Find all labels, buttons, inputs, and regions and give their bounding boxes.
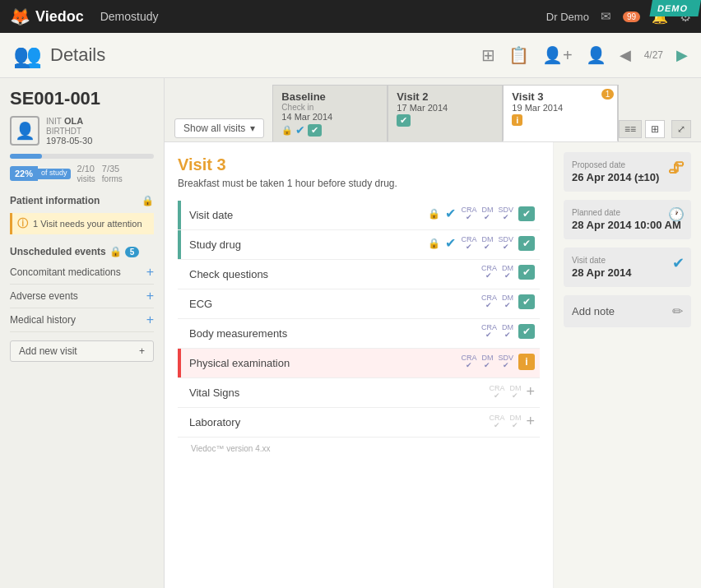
plus-icon[interactable]: +	[526, 383, 535, 400]
sdv-icon: SDV✔	[498, 236, 513, 251]
table-row[interactable]: Visit date 🔒 ✔ CRA✔ DM✔ SDV✔ ✔	[178, 201, 540, 230]
visit-tab-2[interactable]: Visit 2 17 Mar 2014 ✔	[388, 85, 503, 141]
patient-info-label[interactable]: Patient information 🔒	[10, 192, 154, 210]
form-name-study-drug[interactable]: Study drug	[181, 230, 360, 260]
visit3-tab-icons: i	[512, 114, 609, 126]
header-tools: ⊞ 📋 👤+ 👤 ◀ 4/27 ▶	[481, 45, 688, 65]
sidebar-section-patient-info[interactable]: Patient information 🔒	[10, 192, 154, 210]
visit3-info-icon: i	[512, 114, 522, 126]
table-row[interactable]: Laboratory CRA✔ DM✔ +	[178, 408, 540, 438]
card-view-icon[interactable]: 📋	[508, 45, 529, 65]
expand-button[interactable]: ⤢	[671, 120, 691, 138]
visit-tabs: Baseline Check in 14 Mar 2014 🔒 ✔ ✔ Visi…	[272, 85, 619, 141]
add-concomitant-icon[interactable]: +	[146, 265, 154, 280]
add-note-button[interactable]: Add note ✏	[564, 295, 691, 327]
visit-tab-3[interactable]: 1 Visit 3 19 Mar 2014 i	[503, 85, 618, 141]
table-row[interactable]: Physical examination CRA✔ DM✔ SDV✔ i	[178, 349, 540, 378]
alert-icon: ⓘ	[17, 216, 28, 231]
green-check-box: ✔	[518, 294, 535, 309]
sidebar: SE001-001 👤 INIT OLA BIRTHDT 1978-05-30 …	[0, 78, 165, 588]
visit-date-section: Visit date 28 Apr 2014 ✔	[564, 248, 691, 287]
visit-date-value: 28 Apr 2014	[572, 266, 683, 279]
verified-section-icon: ✔	[672, 254, 685, 272]
forms-table: Visit date 🔒 ✔ CRA✔ DM✔ SDV✔ ✔	[178, 201, 540, 438]
main-layout: SE001-001 👤 INIT OLA BIRTHDT 1978-05-30 …	[0, 78, 701, 588]
form-name-ecg[interactable]: ECG	[181, 289, 360, 319]
dropdown-chevron-icon: ▾	[250, 123, 255, 134]
form-icons-check-q: CRA✔ DM✔ ✔	[360, 260, 540, 285]
form-name-lab[interactable]: Laboratory	[181, 408, 360, 438]
next-icon[interactable]: ▶	[676, 46, 688, 64]
add-medical-icon[interactable]: +	[146, 313, 154, 327]
plus-icon[interactable]: +	[526, 413, 535, 430]
table-row[interactable]: Check questions CRA✔ DM✔ ✔	[178, 260, 540, 289]
green-check-box: ✔	[518, 324, 535, 339]
planned-date-section: Planned date 28 Apr 2014 10:00 AM 🕐	[564, 200, 691, 239]
proposed-label: Proposed date	[572, 160, 683, 169]
table-row[interactable]: Body measurements CRA✔ DM✔ ✔	[178, 319, 540, 349]
form-icons-body: CRA✔ DM✔ ✔	[360, 319, 540, 344]
table-row[interactable]: Study drug 🔒 ✔ CRA✔ DM✔ SDV✔ ✔	[178, 230, 540, 260]
form-name-visit-date[interactable]: Visit date	[181, 201, 360, 230]
sidebar-item-adverse[interactable]: Adverse events +	[10, 285, 154, 308]
edit-icon: ✏	[672, 303, 683, 319]
cra-icon: CRA✔	[481, 294, 497, 309]
unscheduled-section: Unscheduled events 🔒 5 Concomitant medic…	[10, 243, 154, 332]
nav-right: Dr Demo ✉ 99 🔔 ⚙ DEMO	[546, 9, 691, 25]
visit-tab-baseline[interactable]: Baseline Check in 14 Mar 2014 🔒 ✔ ✔	[272, 85, 388, 141]
dm-icon: DM✔	[502, 324, 513, 339]
patient-avatar: 👤	[10, 116, 39, 146]
add-adverse-icon[interactable]: +	[146, 289, 154, 303]
visit3-tab-name: Visit 3	[512, 90, 609, 103]
table-row[interactable]: Vital Signs CRA✔ DM✔ +	[178, 378, 540, 408]
dm-gray-icon: DM✔	[509, 414, 521, 429]
form-icons-ecg: CRA✔ DM✔ ✔	[360, 289, 540, 314]
tabs-right: ≡≡ ⊞ ⤢	[619, 120, 691, 141]
dm-icon: DM✔	[502, 265, 513, 280]
green-check-box: ✔	[518, 206, 535, 221]
visit-main: Visit 3 Breakfast must be taken 1 hour b…	[165, 142, 553, 588]
logo: 🦊 Viedoc	[10, 7, 84, 26]
lock-icon: 🔒	[428, 238, 440, 249]
sidebar-item-medical[interactable]: Medical history +	[10, 308, 154, 332]
baseline-tab-icons: 🔒 ✔ ✔	[281, 123, 378, 137]
message-icon[interactable]: ✉	[601, 9, 611, 24]
sidebar-item-concomitant[interactable]: Concomitant medications +	[10, 261, 154, 285]
visit-tab-4[interactable]: Visit 4 21 Mar 2014 09:30 AM 🕐	[618, 85, 619, 141]
prev-icon[interactable]: ◀	[620, 46, 631, 64]
table-row[interactable]: ECG CRA✔ DM✔ ✔	[178, 289, 540, 319]
list-view-button[interactable]: ≡≡	[619, 120, 642, 138]
visit-footer: Viedoc™ version 4.xx	[178, 438, 540, 460]
add-patient-icon[interactable]: 👤+	[542, 45, 573, 65]
dm-icon: DM✔	[481, 206, 493, 221]
birthdt-label: BIRTHDT	[46, 127, 81, 136]
unscheduled-label[interactable]: Unscheduled events 🔒 5	[10, 243, 154, 261]
form-name-check-q[interactable]: Check questions	[181, 260, 360, 289]
visit2-green-check-icon: ✔	[397, 114, 411, 127]
visit-tabs-bar: Show all visits ▾ Baseline Check in 14 M…	[165, 78, 701, 142]
baseline-blue-check-icon: ✔	[295, 123, 305, 137]
profile-icon[interactable]: 👤	[586, 45, 606, 65]
blue-check-icon: ✔	[445, 235, 456, 251]
add-visit-icon: +	[139, 345, 145, 357]
add-visit-button[interactable]: Add new visit +	[10, 340, 154, 362]
cra-gray-icon: CRA✔	[489, 414, 504, 429]
dm-gray-icon: DM✔	[509, 385, 521, 400]
add-note-label: Add note	[572, 305, 615, 317]
dm-icon: DM✔	[481, 236, 493, 251]
info-box: i	[518, 354, 535, 370]
grid-view-button[interactable]: ⊞	[645, 120, 665, 138]
cra-icon: CRA✔	[461, 354, 476, 369]
page-header: 👥 Details ⊞ 📋 👤+ 👤 ◀ 4/27 ▶	[0, 33, 701, 78]
form-name-body[interactable]: Body measurements	[181, 319, 360, 349]
cra-icon: CRA✔	[461, 236, 476, 251]
form-name-physical[interactable]: Physical examination	[181, 349, 360, 378]
init-label: INIT	[46, 117, 62, 126]
top-nav: 🦊 Viedoc Demostudy Dr Demo ✉ 99 🔔 ⚙ DEMO	[0, 0, 701, 33]
unscheduled-badge: 5	[125, 247, 140, 257]
grid-view-icon[interactable]: ⊞	[481, 45, 495, 65]
form-name-vital[interactable]: Vital Signs	[181, 378, 360, 408]
show-all-visits-button[interactable]: Show all visits ▾	[174, 118, 264, 138]
cra-icon: CRA✔	[461, 206, 476, 221]
blue-check-icon: ✔	[445, 206, 456, 221]
